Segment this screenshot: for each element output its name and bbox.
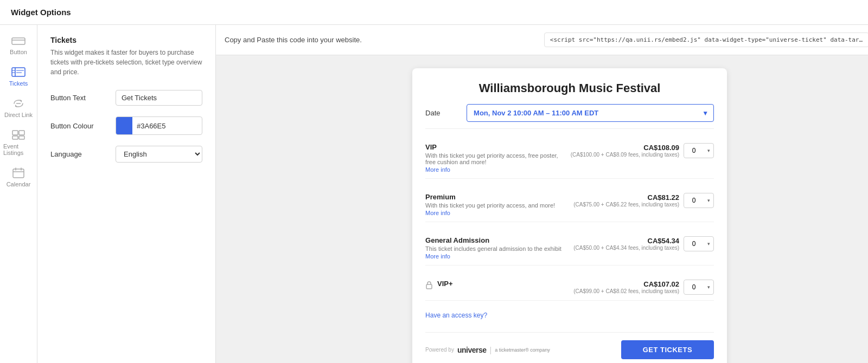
- options-panel: Tickets This widget makes it faster for …: [37, 25, 216, 363]
- ticket-desc-premium: With this ticket you get priority access…: [425, 202, 569, 209]
- svg-rect-0: [12, 38, 25, 44]
- ticket-price-general: CA$54.34 (CA$50.00 + CA$4.34 fees, inclu…: [573, 237, 679, 251]
- ticket-qty-general[interactable]: 0123 ▾: [684, 236, 714, 251]
- powered-by-text: Powered by: [425, 347, 454, 353]
- ticket-more-general[interactable]: More info: [425, 253, 569, 260]
- button-text-row: Button Text: [50, 90, 202, 106]
- universe-logo: universe: [457, 346, 487, 354]
- qty-select-vip-plus[interactable]: 0123: [684, 281, 704, 293]
- main-layout: Button Tickets: [0, 25, 868, 363]
- qty-arrow-premium: ▾: [704, 198, 713, 203]
- date-select[interactable]: Mon, Nov 2 10:00 AM – 11:00 AM EDT: [467, 104, 714, 122]
- sidebar: Button Tickets: [0, 25, 37, 363]
- colour-value-input[interactable]: [132, 119, 202, 133]
- qty-arrow-vip: ▾: [704, 148, 713, 153]
- lock-icon: [425, 281, 433, 291]
- preview-header: Copy and Paste this code into your websi…: [216, 25, 868, 55]
- qty-select-vip[interactable]: 0123: [684, 145, 704, 157]
- ticket-price-area-general: CA$54.34 (CA$50.00 + CA$4.34 fees, inclu…: [573, 236, 714, 251]
- ticket-price-main-vip: CA$108.09: [571, 144, 679, 152]
- svg-rect-13: [12, 136, 18, 139]
- button-text-input[interactable]: [116, 90, 202, 106]
- page-title: Widget Options: [11, 8, 71, 17]
- sidebar-item-direct-link[interactable]: Direct Link: [0, 93, 37, 122]
- ticket-qty-vip-plus[interactable]: 0123 ▾: [684, 280, 714, 295]
- ticket-item-premium: Premium With this ticket you get priorit…: [425, 187, 714, 222]
- sidebar-item-event-listings-label: Event Listings: [3, 143, 34, 156]
- button-colour-label: Button Colour: [50, 122, 116, 130]
- page-header: Widget Options: [0, 0, 868, 25]
- svg-rect-14: [19, 136, 24, 139]
- powered-by: Powered by universe | a ticketmaster® co…: [425, 346, 550, 354]
- ticket-item-vip-plus: VIP+ CA$107.02 (CA$99.00 + CA$8.02 fees,…: [425, 274, 714, 301]
- ticket-price-vip: CA$108.09 (CA$100.00 + CA$8.09 fees, inc…: [571, 144, 679, 158]
- sidebar-item-button-label: Button: [10, 49, 27, 55]
- calendar-icon: [11, 167, 26, 179]
- ticket-price-main-vip-plus: CA$107.02: [573, 280, 679, 288]
- qty-select-general[interactable]: 0123: [684, 238, 704, 250]
- ticket-price-sub-vip: (CA$100.00 + CA$8.09 fees, including tax…: [571, 152, 679, 158]
- ticket-name-vip: VIP: [425, 143, 566, 151]
- ticket-name-general: General Admission: [425, 236, 569, 244]
- preview-header-text: Copy and Paste this code into your websi…: [225, 36, 538, 44]
- svg-rect-19: [426, 284, 432, 289]
- language-row: Language English French Spanish German: [50, 146, 202, 163]
- svg-rect-2: [12, 68, 25, 76]
- ticket-item-vip: VIP With this ticket you get priority ac…: [425, 138, 714, 179]
- code-snippet-text: <script src="https://qa.unii.rs/embed2.j…: [550, 36, 868, 43]
- widget-footer: Powered by universe | a ticketmaster® co…: [425, 332, 714, 359]
- button-colour-row: Button Colour: [50, 116, 202, 135]
- ticket-item-general: General Admission This ticket includes g…: [425, 231, 714, 265]
- date-select-wrapper: Mon, Nov 2 10:00 AM – 11:00 AM EDT ▼: [467, 104, 714, 122]
- options-description: This widget makes it faster for buyers t…: [50, 48, 202, 77]
- sidebar-item-direct-link-label: Direct Link: [4, 112, 33, 118]
- ticket-price-main-general: CA$54.34: [573, 237, 679, 245]
- ticket-info-vip-plus: VIP+: [437, 280, 569, 288]
- event-listings-icon: [11, 129, 26, 141]
- qty-arrow-general: ▾: [704, 241, 713, 247]
- ticket-name-vip-plus: VIP+: [437, 280, 569, 288]
- ticket-price-area-vip: CA$108.09 (CA$100.00 + CA$8.09 fees, inc…: [571, 143, 714, 158]
- ticket-price-premium: CA$81.22 (CA$75.00 + CA$6.22 fees, inclu…: [573, 193, 679, 208]
- ticket-desc-vip: With this ticket you get priority access…: [425, 152, 566, 165]
- date-row: Date Mon, Nov 2 10:00 AM – 11:00 AM EDT …: [425, 104, 714, 129]
- ticket-price-sub-vip-plus: (CA$99.00 + CA$8.02 fees, including taxe…: [573, 288, 679, 294]
- sidebar-item-tickets-label: Tickets: [9, 80, 28, 87]
- options-title: Tickets: [50, 36, 202, 44]
- ticket-name-premium: Premium: [425, 193, 569, 201]
- qty-arrow-vip-plus: ▾: [704, 284, 713, 290]
- ticket-price-vip-plus: CA$107.02 (CA$99.00 + CA$8.02 fees, incl…: [573, 280, 679, 294]
- ticket-info-premium: Premium With this ticket you get priorit…: [425, 193, 569, 216]
- ticket-price-area-premium: CA$81.22 (CA$75.00 + CA$6.22 fees, inclu…: [573, 193, 714, 208]
- svg-rect-15: [13, 169, 24, 178]
- sidebar-item-button[interactable]: Button: [0, 30, 37, 60]
- ticket-price-sub-premium: (CA$75.00 + CA$6.22 fees, including taxe…: [573, 202, 679, 208]
- sidebar-item-tickets[interactable]: Tickets: [0, 62, 37, 91]
- sidebar-item-calendar-label: Calendar: [7, 181, 31, 187]
- ticket-more-vip[interactable]: More info: [425, 166, 566, 173]
- ticket-qty-premium[interactable]: 0123 ▾: [684, 193, 714, 208]
- direct-link-icon: [11, 98, 26, 109]
- language-select[interactable]: English French Spanish German: [116, 146, 202, 163]
- svg-rect-11: [12, 131, 18, 135]
- access-key-link[interactable]: Have an access key?: [425, 309, 714, 321]
- button-text-label: Button Text: [50, 94, 116, 102]
- language-label: Language: [50, 150, 116, 158]
- tickets-icon: [11, 66, 26, 78]
- sidebar-item-calendar[interactable]: Calendar: [0, 163, 37, 192]
- ticket-price-area-vip-plus: CA$107.02 (CA$99.00 + CA$8.02 fees, incl…: [573, 280, 714, 295]
- preview-panel: Copy and Paste this code into your websi…: [216, 25, 868, 363]
- sidebar-item-event-listings[interactable]: Event Listings: [0, 125, 37, 160]
- date-label: Date: [425, 109, 458, 117]
- divider: |: [489, 346, 492, 354]
- ticket-price-main-premium: CA$81.22: [573, 193, 679, 202]
- code-snippet: <script src="https://qa.unii.rs/embed2.j…: [544, 33, 868, 47]
- colour-picker[interactable]: [116, 116, 202, 135]
- ticket-info-general: General Admission This ticket includes g…: [425, 236, 569, 260]
- button-icon: [11, 35, 26, 47]
- get-tickets-button[interactable]: GET TICKETS: [621, 340, 714, 359]
- qty-select-premium[interactable]: 0123: [684, 195, 704, 206]
- ticket-more-premium[interactable]: More info: [425, 210, 569, 216]
- ticket-qty-vip[interactable]: 0123 ▾: [684, 143, 714, 158]
- colour-swatch: [116, 117, 132, 134]
